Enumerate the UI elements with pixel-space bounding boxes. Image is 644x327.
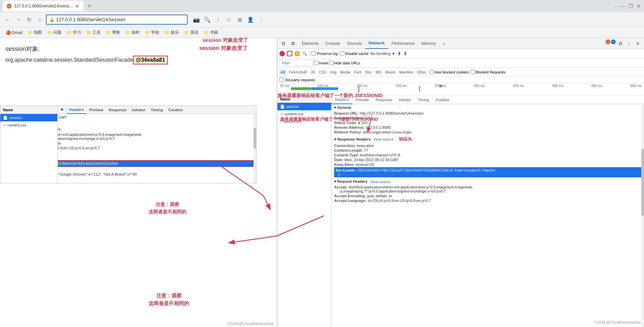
invert-checkbox[interactable]: Invert	[314, 61, 328, 65]
disable-cache-checkbox[interactable]: Disable cache	[340, 51, 369, 56]
session-row[interactable]: 📄 session	[0, 114, 57, 121]
blocked-cookies-checkbox[interactable]: Has blocked cookies	[430, 70, 469, 74]
filter-js[interactable]: JS	[309, 69, 317, 76]
req-headers-section-title[interactable]: ▾ Request Headers View source	[334, 179, 641, 184]
scrollbar[interactable]	[253, 114, 256, 183]
devtools-undock-icon[interactable]: ⊟	[289, 39, 297, 48]
reload-button[interactable]: ↻	[24, 15, 34, 24]
tab-close-button[interactable]: ✕	[75, 3, 79, 9]
extensions-icon[interactable]: ⊞	[235, 15, 244, 24]
filter-icon[interactable]: 🔽	[294, 51, 300, 56]
devtools-tabs: Elements Console Sources Network Perform…	[298, 38, 448, 49]
address-box[interactable]: 🔒 127.0.0.1:8080/servlet14/session	[46, 14, 188, 25]
right-timing-tab[interactable]: Timing	[414, 95, 432, 104]
zoom-icon[interactable]: 🔍	[203, 15, 212, 24]
upload-icon[interactable]: ⬆	[397, 51, 401, 56]
bookmark-entertainment[interactable]: 📁 娱乐	[163, 29, 181, 36]
preserve-log-checkbox[interactable]: Preserve log	[312, 51, 338, 56]
search-icon[interactable]: 🔍	[302, 51, 307, 56]
back-button[interactable]: ←	[3, 15, 12, 24]
elements-tab[interactable]: Elements	[298, 38, 322, 49]
restore-button[interactable]: ❐	[628, 3, 633, 9]
filter-media[interactable]: Media	[339, 69, 352, 76]
minimize-button[interactable]: —	[620, 3, 625, 9]
tl-100ms: 100 ms	[317, 84, 328, 88]
devtools-right-icons: 1 2 ⚙ ⋮ ✕	[606, 39, 642, 48]
more-tabs[interactable]: »	[439, 38, 448, 49]
clear-button[interactable]	[287, 51, 292, 56]
initiator-tab[interactable]: Initiator	[129, 106, 148, 114]
third-party-checkbox[interactable]: 3rd-party requests	[279, 78, 315, 82]
devtools-close-icon[interactable]: ✕	[634, 39, 642, 48]
folder-icon: 📁	[145, 30, 150, 35]
bookmark-blog[interactable]: 📁 博客	[104, 29, 122, 36]
blocked-requests-checkbox[interactable]: Blocked Requests	[471, 70, 506, 74]
network-tab[interactable]: Network	[365, 38, 388, 49]
devtools-more-icon[interactable]: ⋮	[625, 39, 633, 48]
headers-tab[interactable]: Headers	[66, 106, 86, 114]
bookmark-map[interactable]: 📁 地图	[26, 29, 44, 36]
info-count[interactable]: 2	[611, 39, 616, 44]
share-icon[interactable]: ↑	[213, 15, 223, 24]
filter-font[interactable]: Font	[352, 69, 363, 76]
content-css-row[interactable]: ✓ content.css	[0, 121, 57, 129]
active-tab[interactable]: C 127.0.0.1:8080/servlet14/sessi... ✕	[3, 1, 83, 11]
left-network-inspector: Name ✕ Headers Preview Response Initiato…	[0, 106, 257, 183]
response-tab[interactable]: Response	[106, 106, 129, 114]
filter-other[interactable]: Other	[415, 69, 428, 76]
bookmark-study[interactable]: 📁 学习	[65, 29, 83, 36]
close-button[interactable]: ✕	[636, 3, 641, 9]
error-count[interactable]: 1	[606, 39, 610, 44]
session-net-row[interactable]: 📄 session	[277, 103, 331, 110]
home-button[interactable]: ⌂	[35, 15, 45, 24]
filter-img[interactable]: Img	[328, 69, 338, 76]
csdn-text: CSDN @ChinaRainbowSea	[594, 320, 641, 324]
general-section-title[interactable]: ▾ General	[334, 106, 641, 110]
devtools-dock-icon[interactable]: ⊡	[279, 39, 288, 48]
bookmark-english[interactable]: 📁 英语	[182, 29, 200, 36]
more-icon[interactable]: ⋮	[257, 15, 266, 24]
filter-ws[interactable]: WS	[374, 69, 383, 76]
download-icon[interactable]: ⬇	[403, 51, 407, 56]
right-scrollbar[interactable]	[641, 104, 644, 327]
preserve-log-input[interactable]	[312, 51, 316, 56]
bookmark-tools[interactable]: 📁 工具	[84, 29, 103, 36]
record-button[interactable]	[279, 51, 285, 56]
filter-doc[interactable]: Doc	[364, 69, 374, 76]
filter-all[interactable]: All	[279, 69, 287, 76]
bookmark-school[interactable]: 📁 学校	[143, 29, 161, 36]
folder-icon: 📁	[184, 30, 189, 35]
req-view-source[interactable]: View source	[370, 180, 391, 184]
close-btn[interactable]: ✕	[58, 108, 66, 112]
filter-manifest[interactable]: Manifest	[398, 69, 415, 76]
cookies-tab[interactable]: Cookies	[166, 106, 186, 114]
resp-headers-title[interactable]: ▾ Response Headers View source 响应头	[334, 136, 641, 142]
bookmark-books[interactable]: 📁 书籍	[202, 29, 220, 36]
profile-icon[interactable]: 👤	[246, 15, 255, 24]
tl-300ms: 300 ms	[474, 84, 485, 88]
filter-fetch-xhr[interactable]: Fetch/XHR	[287, 69, 309, 76]
bookmark-temp[interactable]: 📁 临时	[124, 29, 142, 36]
filter-input[interactable]	[279, 60, 313, 66]
timing-tab[interactable]: Timing	[148, 106, 166, 114]
bookmark-gmail[interactable]: C Gmail	[4, 30, 24, 36]
console-tab[interactable]: Console	[322, 38, 344, 49]
screenshot-icon[interactable]: 📷	[192, 15, 201, 24]
memory-tab[interactable]: Memory	[418, 38, 439, 49]
sources-tab[interactable]: Sources	[344, 38, 365, 49]
new-tab-button[interactable]: +	[85, 1, 94, 11]
disable-cache-input[interactable]	[340, 51, 344, 56]
settings-icon[interactable]: ⚙	[616, 39, 624, 48]
filter-wasm[interactable]: Wasm	[383, 69, 397, 76]
performance-tab[interactable]: Performance	[388, 38, 418, 49]
throttle-selector[interactable]: No throttling ▼	[371, 52, 395, 56]
bookmark-issue[interactable]: 📁 问题	[45, 29, 63, 36]
right-initiator-tab[interactable]: Initiator	[396, 95, 414, 104]
bookmark-icon[interactable]: ☆	[224, 15, 234, 24]
preview-tab[interactable]: Preview	[86, 106, 106, 114]
right-cookies-tab[interactable]: Cookies	[432, 95, 453, 104]
filter-css[interactable]: CSS	[317, 69, 328, 76]
forward-button[interactable]: →	[14, 15, 23, 24]
hide-data-urls-checkbox[interactable]: Hide data URLs	[329, 61, 360, 65]
resp-view-source[interactable]: View source	[373, 137, 394, 141]
